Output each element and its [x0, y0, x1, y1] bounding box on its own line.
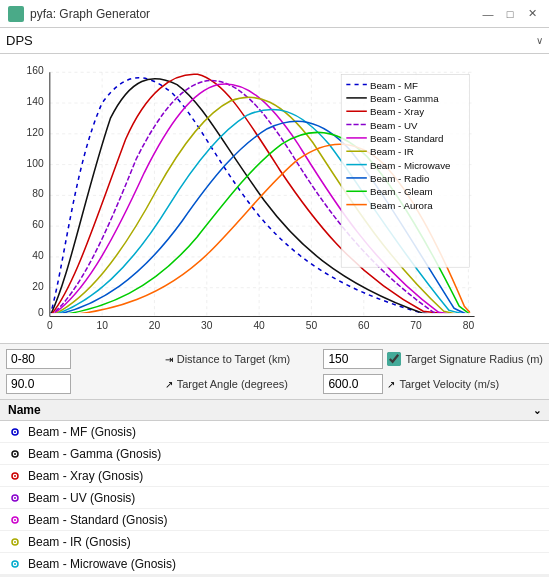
- dropdown-arrow-icon: ∨: [536, 35, 543, 46]
- distance-control: ⇥ Distance to Target (km): [165, 348, 318, 370]
- distance-input[interactable]: [323, 349, 383, 369]
- svg-text:120: 120: [27, 127, 44, 138]
- list-item[interactable]: Beam - MF (Gnosis): [0, 421, 549, 443]
- list-sort-icon[interactable]: ⌄: [533, 405, 541, 416]
- window-controls[interactable]: — □ ✕: [479, 5, 541, 23]
- svg-text:60: 60: [358, 320, 370, 331]
- target-sig-checkbox[interactable]: [387, 352, 401, 366]
- beam-item-label: Beam - IR (Gnosis): [28, 535, 131, 549]
- svg-text:Beam - Xray: Beam - Xray: [370, 106, 424, 117]
- beam-item-icon: [8, 557, 22, 571]
- beam-item-label: Beam - Xray (Gnosis): [28, 469, 143, 483]
- angle-label-control: ↗ Target Angle (degrees): [165, 373, 318, 395]
- svg-text:Beam - IR: Beam - IR: [370, 146, 414, 157]
- svg-text:Beam - Standard: Beam - Standard: [370, 133, 444, 144]
- app-icon: [8, 6, 24, 22]
- svg-point-62: [14, 453, 16, 455]
- beam-item-icon: [8, 469, 22, 483]
- angle-input[interactable]: [6, 374, 71, 394]
- list-scroll[interactable]: Beam - MF (Gnosis) Beam - Gamma (Gnosis)…: [0, 421, 549, 575]
- svg-text:100: 100: [27, 158, 44, 169]
- close-button[interactable]: ✕: [523, 5, 541, 23]
- svg-text:30: 30: [201, 320, 213, 331]
- beam-item-icon: [8, 513, 22, 527]
- title-bar-left: pyfa: Graph Generator: [8, 6, 150, 22]
- svg-text:0: 0: [38, 307, 44, 318]
- angle-label: Target Angle (degrees): [177, 378, 288, 390]
- beam-item-label: Beam - Gamma (Gnosis): [28, 447, 161, 461]
- svg-text:10: 10: [96, 320, 108, 331]
- graph-type-dropdown[interactable]: DPS ∨: [0, 28, 549, 54]
- velocity-input[interactable]: [323, 374, 383, 394]
- dps-chart: 160 140 120 100 80 60 40 20 0 0 10 20 30…: [8, 62, 541, 339]
- controls-area: ⇥ Distance to Target (km) Target Signatu…: [0, 344, 549, 400]
- beam-item-label: Beam - UV (Gnosis): [28, 491, 135, 505]
- velocity-label: Target Velocity (m/s): [399, 378, 499, 390]
- list-item[interactable]: Beam - UV (Gnosis): [0, 487, 549, 509]
- list-item[interactable]: Beam - Gamma (Gnosis): [0, 443, 549, 465]
- svg-text:Beam - Radio: Beam - Radio: [370, 173, 430, 184]
- svg-text:80: 80: [463, 320, 475, 331]
- list-item[interactable]: Beam - IR (Gnosis): [0, 531, 549, 553]
- list-item[interactable]: Beam - Standard (Gnosis): [0, 509, 549, 531]
- minimize-button[interactable]: —: [479, 5, 497, 23]
- list-name-column: Name: [8, 403, 41, 417]
- svg-point-68: [14, 519, 16, 521]
- velocity-control: ↗ Target Velocity (m/s): [323, 373, 543, 395]
- title-bar: pyfa: Graph Generator — □ ✕: [0, 0, 549, 28]
- velocity-icon: ↗: [387, 379, 395, 390]
- svg-text:50: 50: [306, 320, 318, 331]
- svg-point-70: [14, 541, 16, 543]
- svg-point-64: [14, 475, 16, 477]
- svg-text:140: 140: [27, 96, 44, 107]
- svg-point-72: [14, 563, 16, 565]
- svg-point-66: [14, 497, 16, 499]
- beam-item-icon: [8, 491, 22, 505]
- window-title: pyfa: Graph Generator: [30, 7, 150, 21]
- svg-text:Beam - UV: Beam - UV: [370, 120, 418, 131]
- beam-item-label: Beam - Microwave (Gnosis): [28, 557, 176, 571]
- beam-item-label: Beam - MF (Gnosis): [28, 425, 136, 439]
- beam-item-icon: [8, 535, 22, 549]
- beam-item-label: Beam - Standard (Gnosis): [28, 513, 167, 527]
- beam-list: Name ⌄ Beam - MF (Gnosis) Beam - Gamma (…: [0, 400, 549, 575]
- svg-text:0: 0: [47, 320, 53, 331]
- range-input[interactable]: [6, 349, 71, 369]
- svg-text:20: 20: [32, 281, 44, 292]
- graph-type-label: DPS: [6, 33, 33, 48]
- svg-text:60: 60: [32, 219, 44, 230]
- list-item[interactable]: Beam - Microwave (Gnosis): [0, 553, 549, 575]
- distance-value-control: Target Signature Radius (m): [323, 348, 543, 370]
- range-control: [6, 348, 159, 370]
- svg-text:Beam - Gamma: Beam - Gamma: [370, 93, 439, 104]
- list-item[interactable]: Beam - Xray (Gnosis): [0, 465, 549, 487]
- svg-text:20: 20: [149, 320, 161, 331]
- svg-text:80: 80: [32, 188, 44, 199]
- list-header: Name ⌄: [0, 400, 549, 421]
- target-sig-label: Target Signature Radius (m): [405, 353, 543, 365]
- svg-text:Beam - MF: Beam - MF: [370, 80, 418, 91]
- distance-label: Distance to Target (km): [177, 353, 291, 365]
- chart-area: 160 140 120 100 80 60 40 20 0 0 10 20 30…: [0, 54, 549, 344]
- distance-icon: ⇥: [165, 354, 173, 365]
- maximize-button[interactable]: □: [501, 5, 519, 23]
- svg-text:Beam - Microwave: Beam - Microwave: [370, 160, 451, 171]
- svg-text:160: 160: [27, 65, 44, 76]
- svg-text:40: 40: [32, 250, 44, 261]
- svg-point-60: [14, 431, 16, 433]
- svg-text:70: 70: [410, 320, 422, 331]
- svg-text:40: 40: [253, 320, 265, 331]
- svg-text:Beam - Aurora: Beam - Aurora: [370, 200, 433, 211]
- angle-icon: ↗: [165, 379, 173, 390]
- beam-item-icon: [8, 447, 22, 461]
- angle-control: [6, 373, 159, 395]
- svg-text:Beam - Gleam: Beam - Gleam: [370, 186, 433, 197]
- beam-item-icon: [8, 425, 22, 439]
